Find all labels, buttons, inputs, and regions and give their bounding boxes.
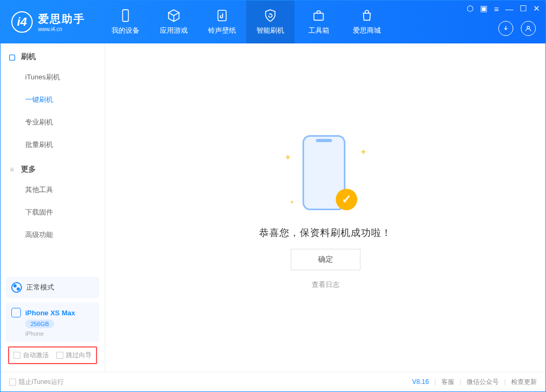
maximize-button[interactable]: ☐ [520, 4, 527, 13]
svg-rect-0 [123, 10, 129, 21]
sidebar-group-flash: ▢ 刷机 [1, 43, 105, 66]
list-icon: ≡ [8, 166, 16, 173]
tab-toolbox[interactable]: 工具箱 [294, 1, 343, 43]
tab-store[interactable]: 爱思商城 [343, 1, 391, 43]
music-file-icon [215, 9, 229, 23]
checkbox-auto-activate[interactable]: 自动激活 [13, 351, 49, 360]
shield-refresh-icon [263, 9, 277, 23]
sidebar: ▢ 刷机 iTunes刷机 一键刷机 专业刷机 批量刷机 ≡ 更多 其他工具 下… [1, 43, 105, 372]
checkbox-label: 自动激活 [23, 351, 49, 360]
user-button[interactable] [521, 21, 536, 36]
success-message: 恭喜您，保资料刷机成功啦！ [259, 226, 392, 239]
checkbox-icon [13, 352, 20, 359]
shirt-icon[interactable]: ⬡ [467, 4, 474, 13]
device-small-icon: ▢ [8, 53, 16, 61]
sidebar-item-download-firmware[interactable]: 下载固件 [1, 201, 105, 224]
header-right-icons [498, 21, 536, 36]
group-label: 刷机 [21, 52, 36, 62]
mode-label: 正常模式 [26, 283, 54, 292]
svg-point-3 [527, 26, 530, 29]
svg-rect-1 [218, 10, 226, 21]
checkbox-label: 跳过向导 [66, 351, 92, 360]
checkbox-icon [56, 352, 63, 359]
sparkle-icon: • [291, 197, 294, 207]
device-card[interactable]: iPhone XS Max 256GB iPhone [6, 302, 99, 342]
menu-icon[interactable]: ≡ [494, 4, 499, 13]
tab-label: 铃声壁纸 [208, 26, 236, 35]
app-logo-icon: i4 [11, 11, 33, 33]
window-controls: ⬡ ▣ ≡ — ☐ ✕ [467, 4, 540, 13]
tab-label: 工具箱 [308, 26, 329, 35]
check-update-link[interactable]: 检查更新 [511, 378, 537, 387]
device-icon [11, 308, 21, 317]
version-label: V8.16 [412, 378, 429, 386]
highlighted-options: 自动激活 跳过向导 [8, 346, 97, 364]
tab-label: 应用游戏 [160, 26, 188, 35]
device-type: iPhone [25, 330, 43, 337]
sidebar-item-pro-flash[interactable]: 专业刷机 [1, 111, 105, 134]
toolbox-icon [312, 9, 326, 23]
mode-icon [11, 282, 22, 293]
svg-rect-2 [314, 13, 323, 20]
logo-area: i4 爱思助手 www.i4.cn [1, 11, 96, 33]
tab-smart-flash[interactable]: 智能刷机 [246, 1, 294, 43]
checkbox-block-itunes[interactable]: 阻止iTunes运行 [9, 378, 64, 387]
mode-card[interactable]: 正常模式 [6, 277, 99, 298]
app-subtitle: www.i4.cn [38, 26, 85, 32]
sidebar-group-more: ≡ 更多 [1, 156, 105, 179]
app-header: i4 爱思助手 www.i4.cn 我的设备 应用游戏 铃声壁纸 智能刷机 工具… [1, 1, 545, 43]
grid-icon[interactable]: ▣ [480, 4, 488, 13]
tab-apps-games[interactable]: 应用游戏 [150, 1, 198, 43]
sidebar-item-itunes-flash[interactable]: iTunes刷机 [1, 66, 105, 88]
tab-label: 智能刷机 [256, 26, 284, 35]
check-badge-icon: ✓ [336, 189, 357, 210]
sparkle-icon: ✦ [284, 152, 291, 162]
wechat-link[interactable]: 微信公众号 [467, 378, 499, 387]
tab-ring-wallpaper[interactable]: 铃声壁纸 [198, 1, 246, 43]
tab-my-device[interactable]: 我的设备 [101, 1, 150, 43]
minimize-button[interactable]: — [505, 4, 513, 13]
success-illustration: ✦ ✦ • ✓ [280, 125, 371, 217]
sidebar-item-other-tools[interactable]: 其他工具 [1, 179, 105, 201]
checkbox-skip-guide[interactable]: 跳过向导 [56, 351, 92, 360]
sidebar-item-batch-flash[interactable]: 批量刷机 [1, 134, 105, 156]
app-title: 爱思助手 [38, 12, 85, 26]
checkbox-icon [9, 379, 16, 386]
checkbox-label: 阻止iTunes运行 [19, 378, 64, 387]
sparkle-icon: ✦ [360, 147, 367, 157]
sidebar-item-advanced[interactable]: 高级功能 [1, 224, 105, 246]
download-button[interactable] [498, 21, 513, 36]
storage-badge: 256GB [25, 320, 54, 328]
view-log-link[interactable]: 查看日志 [312, 280, 340, 290]
bag-icon [360, 9, 374, 23]
cube-icon [167, 9, 181, 23]
main-content: ✦ ✦ • ✓ 恭喜您，保资料刷机成功啦！ 确定 查看日志 [105, 43, 545, 372]
group-label: 更多 [21, 165, 36, 174]
ok-button[interactable]: 确定 [291, 249, 360, 270]
support-link[interactable]: 客服 [441, 378, 454, 387]
nav-tabs: 我的设备 应用游戏 铃声壁纸 智能刷机 工具箱 爱思商城 [101, 1, 391, 43]
footer: 阻止iTunes运行 V8.16 | 客服 | 微信公众号 | 检查更新 [1, 372, 545, 391]
tab-label: 爱思商城 [353, 26, 381, 35]
device-name: iPhone XS Max [25, 309, 75, 317]
close-button[interactable]: ✕ [533, 4, 540, 13]
sidebar-item-oneclick-flash[interactable]: 一键刷机 [1, 88, 105, 111]
tab-label: 我的设备 [112, 26, 139, 35]
phone-icon [119, 9, 132, 23]
